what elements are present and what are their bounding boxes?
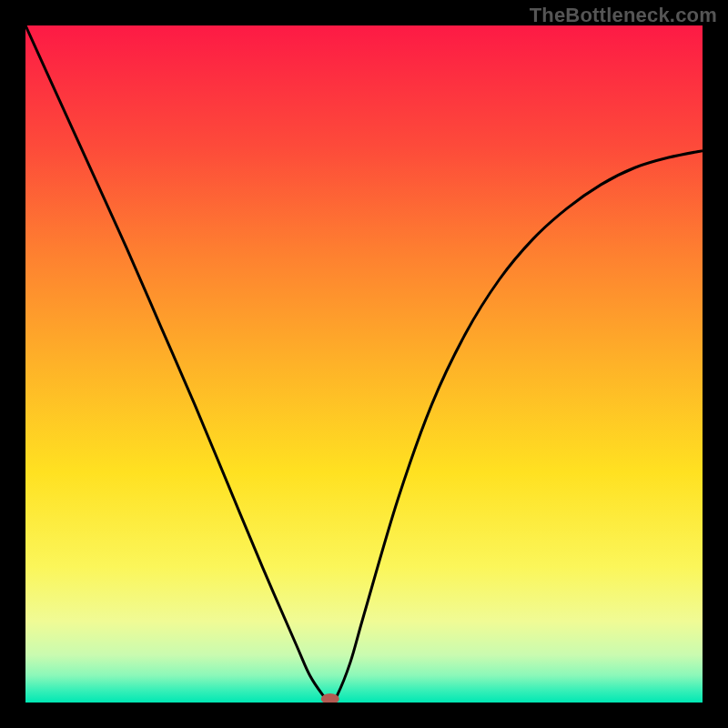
- bottleneck-curve: [25, 25, 703, 703]
- chart-frame: TheBottleneck.com: [0, 0, 728, 728]
- watermark-text: TheBottleneck.com: [530, 4, 717, 27]
- plot-area: [25, 25, 703, 703]
- chart-svg: [25, 25, 703, 703]
